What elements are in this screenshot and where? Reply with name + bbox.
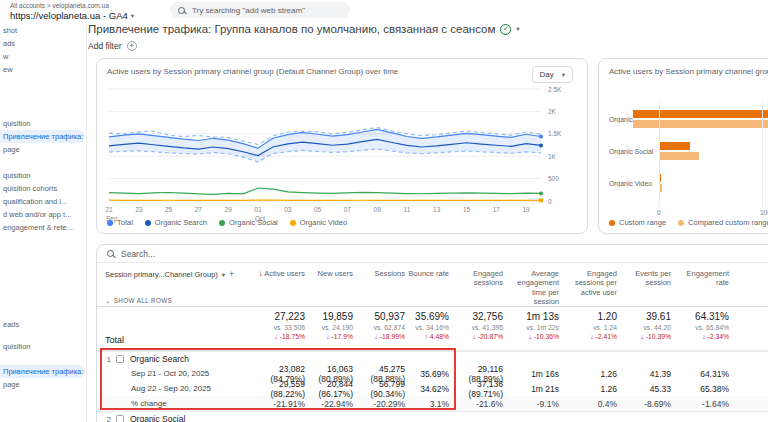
sidebar-item[interactable]: Привлечение трафика: Гр bbox=[0, 365, 85, 378]
column-header[interactable]: Engagement rate bbox=[673, 269, 731, 288]
bar[interactable] bbox=[633, 110, 768, 118]
percent-change-value: -21.6% bbox=[451, 399, 505, 409]
percent-change-value: -21.91% bbox=[251, 399, 307, 409]
legend-dot bbox=[609, 220, 615, 226]
sidebar-item[interactable]: eads bbox=[0, 318, 86, 331]
period-label: Sep 21 - Oct 20, 2025 bbox=[101, 369, 251, 378]
sidebar-item[interactable]: quisition bbox=[0, 169, 86, 182]
bar[interactable] bbox=[659, 142, 690, 150]
sidebar-nav: shotadswewquisitionПривлечение трафика: … bbox=[0, 24, 87, 422]
sidebar-item[interactable]: quisition bbox=[0, 117, 86, 130]
property-selector[interactable]: https://veloplaneta.ua - GA4 ▾ bbox=[10, 10, 134, 21]
bar-row: Organic Video bbox=[609, 167, 768, 199]
sidebar-item[interactable]: quisition bbox=[0, 340, 86, 353]
sidebar-item[interactable]: engagement & rete... bbox=[0, 221, 86, 234]
column-header[interactable]: Bounce rate bbox=[407, 269, 451, 278]
column-header[interactable]: New users bbox=[307, 269, 355, 278]
row-checkbox[interactable] bbox=[116, 355, 124, 363]
bar[interactable] bbox=[633, 120, 768, 128]
checkmark-icon: ✓ bbox=[500, 24, 511, 35]
sidebar-item[interactable]: Привлечение трафика: Гр bbox=[0, 130, 85, 143]
chevron-down-icon: ▾ bbox=[562, 71, 565, 79]
property-name: https://veloplaneta.ua - GA4 bbox=[10, 10, 128, 21]
svg-text:27: 27 bbox=[195, 206, 203, 213]
sidebar-item[interactable]: ads bbox=[0, 37, 86, 50]
metric-value: 41.39 bbox=[619, 369, 673, 379]
bar-row: Organic Search bbox=[609, 103, 768, 135]
chevron-down-icon[interactable]: ▾ bbox=[516, 25, 519, 33]
metric-value: 37,136 (89.71%) bbox=[451, 379, 505, 399]
sidebar-item[interactable]: w bbox=[0, 50, 86, 63]
svg-text:29: 29 bbox=[225, 206, 233, 213]
table-row[interactable]: 1 Organic Search bbox=[97, 351, 768, 366]
sidebar-item[interactable]: ew bbox=[0, 63, 86, 76]
legend-item[interactable]: Organic Social bbox=[219, 218, 278, 227]
svg-text:2K: 2K bbox=[548, 108, 557, 115]
bar-category-label: Organic Social bbox=[609, 148, 659, 155]
period-row: Aug 22 - Sep 20, 202529,559 (88.22%)20,8… bbox=[97, 381, 768, 396]
total-metric-cell: 35.69%vs. 34.16%↑ 4.48% bbox=[407, 307, 451, 350]
show-all-rows-toggle[interactable]: ⌄SHOW ALL ROWS bbox=[105, 297, 249, 305]
legend-item[interactable]: Organic Search bbox=[145, 218, 207, 227]
svg-text:03: 03 bbox=[284, 206, 292, 213]
bar-row: Organic Social bbox=[609, 135, 768, 167]
legend-item[interactable]: Organic Video bbox=[290, 218, 347, 227]
row-checkbox[interactable] bbox=[116, 415, 124, 422]
bar[interactable] bbox=[659, 152, 699, 160]
metric-value: 20,844 (86.17%) bbox=[307, 379, 355, 399]
column-header[interactable]: Engaged sessions per active user bbox=[561, 269, 619, 297]
legend-item[interactable]: Total bbox=[107, 218, 133, 227]
legend-item[interactable]: Custom range bbox=[609, 218, 666, 227]
table-search-input[interactable]: Search... bbox=[97, 245, 768, 263]
legend-item[interactable]: Compared custom range bbox=[678, 218, 768, 227]
sidebar-item[interactable]: page bbox=[0, 143, 86, 156]
svg-text:19: 19 bbox=[522, 206, 530, 213]
svg-text:15: 15 bbox=[463, 206, 471, 213]
table-header-row: Session primary...Channel Group)▾+ ⌄SHOW… bbox=[97, 263, 768, 307]
svg-text:01: 01 bbox=[254, 206, 262, 213]
column-header[interactable]: Engaged sessions bbox=[451, 269, 505, 288]
chevron-down-icon: ▾ bbox=[222, 271, 225, 279]
metric-value: 65.38% bbox=[673, 384, 731, 394]
sidebar-item[interactable]: quisition cohorts bbox=[0, 182, 86, 195]
granularity-select[interactable]: Day ▾ bbox=[532, 66, 574, 83]
metric-value: 45.33 bbox=[619, 384, 673, 394]
add-filter-button[interactable]: Add filter + bbox=[88, 41, 137, 51]
plus-icon[interactable]: + bbox=[229, 269, 234, 280]
svg-text:17: 17 bbox=[493, 206, 501, 213]
column-header[interactable]: ↓ Active users bbox=[251, 269, 307, 279]
percent-change-value: 3.1% bbox=[407, 399, 451, 409]
search-icon bbox=[178, 7, 185, 14]
sidebar-item[interactable]: page bbox=[0, 378, 86, 391]
table-body: Total27,223vs. 33,506↓ -18.75%19,859vs. … bbox=[97, 307, 768, 422]
metric-value: 56,799 (90.34%) bbox=[355, 379, 407, 399]
svg-text:09: 09 bbox=[374, 206, 382, 213]
column-header[interactable]: Events per session bbox=[619, 269, 673, 288]
sidebar-item[interactable]: qualification and l... bbox=[0, 195, 86, 208]
bar-chart-title: Active users by Session primary channel … bbox=[609, 67, 768, 76]
sidebar-item[interactable]: shot bbox=[0, 24, 86, 37]
svg-text:07: 07 bbox=[344, 206, 352, 213]
table-row[interactable]: 2 Organic Social bbox=[97, 411, 768, 422]
svg-text:13: 13 bbox=[433, 206, 441, 213]
bar-chart-legend: Custom rangeCompared custom range bbox=[609, 218, 768, 227]
line-chart-legend: TotalOrganic SearchOrganic SocialOrganic… bbox=[107, 218, 347, 227]
svg-text:05: 05 bbox=[314, 206, 322, 213]
total-row: Total27,223vs. 33,506↓ -18.75%19,859vs. … bbox=[97, 307, 768, 351]
percent-change-label: % change bbox=[101, 399, 251, 408]
table-search-placeholder: Search... bbox=[121, 249, 155, 259]
account-breadcrumb[interactable]: All accounts > veloplaneta.com.ua bbox=[10, 2, 109, 9]
percent-change-value: 0.4% bbox=[561, 399, 619, 409]
legend-dot bbox=[219, 220, 225, 226]
column-header[interactable]: Sessions bbox=[355, 269, 407, 278]
percent-change-row: % change-21.91%-22.94%-20.29%3.1%-21.6%-… bbox=[97, 396, 768, 411]
global-search-input[interactable]: Try searching "add web stream" bbox=[170, 2, 350, 18]
sidebar-item[interactable]: d web and/or app t... bbox=[0, 208, 86, 221]
dimension-header[interactable]: Session primary...Channel Group)▾+ bbox=[105, 269, 249, 280]
sort-arrow-icon: ↓ bbox=[258, 269, 262, 278]
column-header[interactable]: Average engagement time per session bbox=[505, 269, 561, 307]
total-metric-cell: 39.61vs. 44.20↓ -10.39% bbox=[619, 307, 673, 350]
line-chart: 05001K1.5K2K2.5K21Sep2325272901Oct030507… bbox=[105, 85, 581, 225]
page-title: Привлечение трафика: Группа каналов по у… bbox=[88, 23, 495, 35]
search-icon bbox=[107, 250, 114, 257]
